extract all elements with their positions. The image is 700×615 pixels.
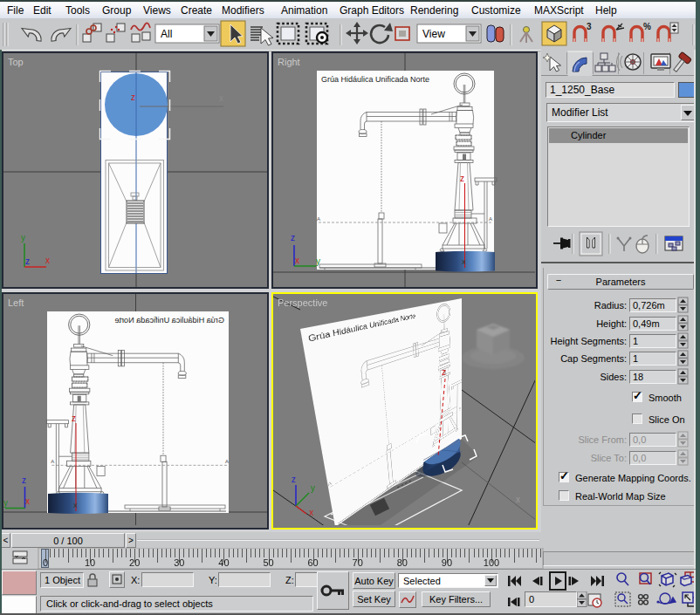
- svg-text:y: y: [316, 256, 320, 266]
- svg-text:Grúa Hidáulica Unificada Norte: Grúa Hidáulica Unificada Norte: [321, 75, 429, 84]
- svg-text:x: x: [219, 93, 223, 103]
- svg-text:z: z: [442, 367, 446, 377]
- svg-text:x: x: [73, 501, 78, 509]
- svg-text:x: x: [25, 496, 30, 506]
- svg-text:z: z: [131, 92, 135, 102]
- svg-text:z: z: [460, 174, 464, 183]
- svg-text:3: 3: [587, 22, 592, 31]
- svg-text:z: z: [22, 475, 26, 485]
- svg-text:x: x: [45, 256, 50, 265]
- svg-text:y: y: [3, 498, 8, 508]
- svg-text:z: z: [72, 413, 76, 423]
- svg-text:x: x: [462, 257, 466, 266]
- svg-text:x: x: [295, 256, 299, 265]
- svg-text:All: All: [161, 28, 172, 40]
- svg-text:x: x: [309, 508, 313, 517]
- svg-text:y: y: [311, 483, 315, 493]
- svg-text:z: z: [25, 256, 30, 266]
- svg-text:y: y: [21, 233, 25, 243]
- svg-text:z: z: [292, 475, 296, 484]
- svg-text:%: %: [643, 22, 651, 31]
- svg-text:Grúa Hidáulica Unificada Norte: Grúa Hidáulica Unificada Norte: [114, 316, 224, 325]
- svg-text:z: z: [291, 233, 295, 243]
- svg-text:View: View: [422, 28, 445, 40]
